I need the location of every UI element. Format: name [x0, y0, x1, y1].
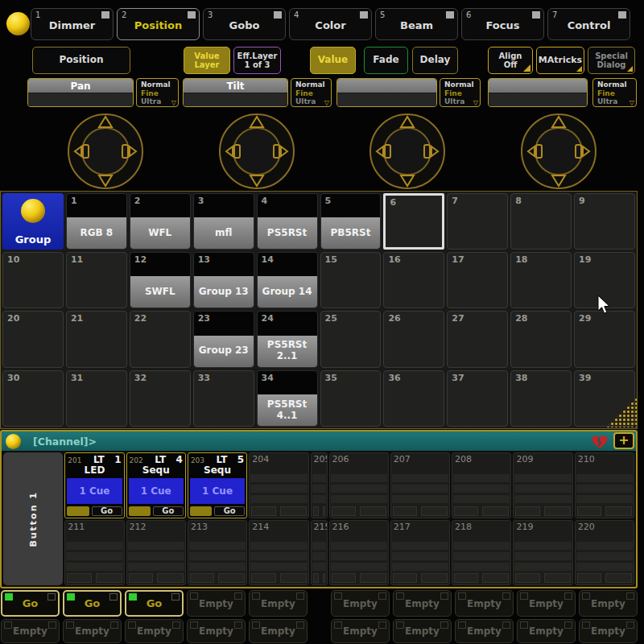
effect-layer-button[interactable]: Eff.Layer 1 of 3 — [233, 47, 281, 74]
executor-cell-207[interactable]: 207 — [390, 452, 450, 518]
executor-cell-205[interactable]: 205 — [311, 452, 328, 518]
group-cell-3[interactable]: 3mfl — [193, 193, 254, 250]
preset-button-gobo[interactable]: 3 Gobo — [203, 8, 286, 40]
group-cell-29[interactable]: 29 — [574, 311, 635, 367]
empty-executor-button[interactable]: Empty — [455, 619, 514, 643]
empty-executor-button[interactable]: Empty — [249, 590, 308, 617]
group-cell-26[interactable]: 26 — [383, 311, 444, 367]
group-cell-10[interactable]: 10 — [2, 252, 64, 308]
preset-button-color[interactable]: 4 Color — [289, 8, 372, 40]
group-cell-5[interactable]: 5PB5RSt — [320, 193, 382, 250]
empty-executor-button[interactable]: Empty — [331, 590, 390, 617]
executor-cell-209[interactable]: 209 — [513, 452, 572, 518]
executor-cell-210[interactable]: 210 — [575, 452, 634, 518]
empty-executor-button[interactable]: Empty — [187, 619, 246, 643]
empty-executor-button[interactable]: Empty — [331, 619, 390, 643]
executor-cell-211[interactable]: 211 — [64, 520, 124, 586]
group-cell-18[interactable]: 18 — [510, 252, 572, 308]
go-button[interactable]: Go — [125, 590, 184, 617]
executor-cell-220[interactable]: 220 — [575, 520, 634, 586]
executor-cell-201[interactable]: 201LT1LED1 CueGo — [64, 452, 124, 518]
encoder1-attribute-bar[interactable]: Pan — [27, 78, 134, 107]
value-layer-button[interactable]: Value Layer — [184, 47, 230, 74]
empty-executor-button[interactable]: Empty — [455, 590, 514, 617]
empty-executor-button[interactable]: Empty — [1, 619, 60, 643]
encoder2-resolution-button[interactable]: Normal Fine Ultra ▽ — [291, 78, 332, 107]
preset-button-position[interactable]: 2 Position — [117, 8, 200, 40]
encoder-wheel-4[interactable] — [518, 110, 600, 192]
executor-cell-213[interactable]: 213 — [188, 520, 247, 586]
encoder-wheel-1[interactable] — [64, 110, 147, 192]
encoder-wheel-2[interactable] — [216, 110, 298, 192]
group-cell-2[interactable]: 2WFL — [130, 193, 191, 250]
fade-button[interactable]: Fade — [364, 47, 408, 74]
empty-executor-button[interactable]: Empty — [393, 590, 452, 617]
group-cell-14[interactable]: 14Group 14 — [257, 252, 318, 308]
preset-button-beam[interactable]: 5 Beam — [375, 8, 458, 40]
preset-button-control[interactable]: 7 Control — [547, 8, 630, 40]
value-button[interactable]: Value — [310, 47, 356, 74]
empty-executor-button[interactable]: Empty — [517, 619, 576, 643]
group-cell-7[interactable]: 7 — [447, 193, 508, 250]
special-dialog-button[interactable]: Special Dialog — [588, 47, 635, 74]
executor-go-key[interactable]: Go — [214, 506, 245, 516]
empty-executor-button[interactable]: Empty — [187, 590, 246, 617]
group-cell-36[interactable]: 36 — [383, 370, 444, 427]
executor-cell-203[interactable]: 203LT5Sequ1 CueGo — [188, 452, 247, 518]
executor-go-key[interactable]: Go — [92, 506, 122, 516]
executor-cue-display[interactable]: 1 Cue — [67, 478, 122, 504]
encoder-wheel-3[interactable] — [366, 110, 448, 192]
group-cell-23[interactable]: 23Group 23 — [193, 311, 254, 367]
group-cell-1[interactable]: 1RGB 8 — [66, 193, 127, 250]
executor-cue-display[interactable]: 1 Cue — [190, 478, 245, 504]
group-cell-31[interactable]: 31 — [66, 370, 127, 427]
group-cell-34[interactable]: 34PS5RSt4..1 — [257, 370, 318, 427]
executor-cell-204[interactable]: 204 — [249, 452, 308, 518]
group-cell-12[interactable]: 12SWFL — [130, 252, 191, 308]
encoder3-attribute-bar[interactable] — [336, 78, 437, 107]
empty-executor-button[interactable]: Empty — [579, 619, 638, 643]
group-cell-33[interactable]: 33 — [193, 370, 254, 427]
matricks-button[interactable]: MAtricks — [536, 47, 584, 74]
group-cell-15[interactable]: 15 — [320, 252, 382, 308]
executor-cell-212[interactable]: 212 — [126, 520, 186, 586]
add-window-button[interactable]: + — [613, 432, 634, 449]
empty-executor-button[interactable]: Empty — [63, 619, 122, 643]
empty-executor-button[interactable]: Empty — [517, 590, 576, 617]
group-cell-6[interactable]: 6 — [383, 193, 444, 250]
group-cell-32[interactable]: 32 — [130, 370, 191, 427]
group-cell-25[interactable]: 25 — [320, 311, 382, 367]
empty-executor-button[interactable]: Empty — [393, 619, 452, 643]
preset-button-focus[interactable]: 6 Focus — [461, 8, 544, 40]
empty-executor-button[interactable]: Empty — [125, 619, 184, 643]
group-cell-16[interactable]: 16 — [383, 252, 444, 308]
group-cell-37[interactable]: 37 — [447, 370, 508, 427]
group-cell-11[interactable]: 11 — [66, 252, 127, 308]
delay-button[interactable]: Delay — [412, 47, 458, 74]
executor-cell-215[interactable]: 215 — [311, 520, 328, 586]
group-cell-4[interactable]: 4PS5RSt — [257, 193, 318, 250]
group-cell-17[interactable]: 17 — [447, 252, 508, 308]
executor-cell-219[interactable]: 219 — [513, 520, 572, 586]
encoder1-resolution-button[interactable]: Normal Fine Ultra ▽ — [136, 78, 179, 107]
group-cell-22[interactable]: 22 — [130, 311, 191, 367]
group-cell-20[interactable]: 20 — [2, 311, 64, 367]
encoder2-attribute-bar[interactable]: Tilt — [183, 78, 288, 107]
command-line-bar[interactable]: [Channel]> + — [2, 431, 636, 451]
group-cell-35[interactable]: 35 — [320, 370, 382, 427]
empty-executor-button[interactable]: Empty — [249, 619, 308, 643]
align-off-button[interactable]: Align Off — [488, 47, 533, 74]
empty-executor-button[interactable]: Empty — [579, 590, 638, 617]
group-cell-9[interactable]: 9 — [574, 193, 635, 250]
executor-cell-202[interactable]: 202LT4Sequ1 CueGo — [126, 452, 186, 518]
group-cell-30[interactable]: 30 — [2, 370, 64, 427]
group-cell-24[interactable]: 24PS5RSt2..1 — [257, 311, 318, 367]
executor-go-key[interactable]: Go — [153, 506, 184, 516]
go-button[interactable]: Go — [1, 590, 60, 617]
position-feature-button[interactable]: Position — [32, 47, 130, 74]
group-cell-8[interactable]: 8 — [510, 193, 572, 250]
executor-cue-display[interactable]: 1 Cue — [129, 478, 184, 504]
group-cell-21[interactable]: 21 — [66, 311, 127, 367]
group-pool-title-cell[interactable]: Group — [2, 193, 64, 250]
executor-cell-216[interactable]: 216 — [329, 520, 389, 586]
